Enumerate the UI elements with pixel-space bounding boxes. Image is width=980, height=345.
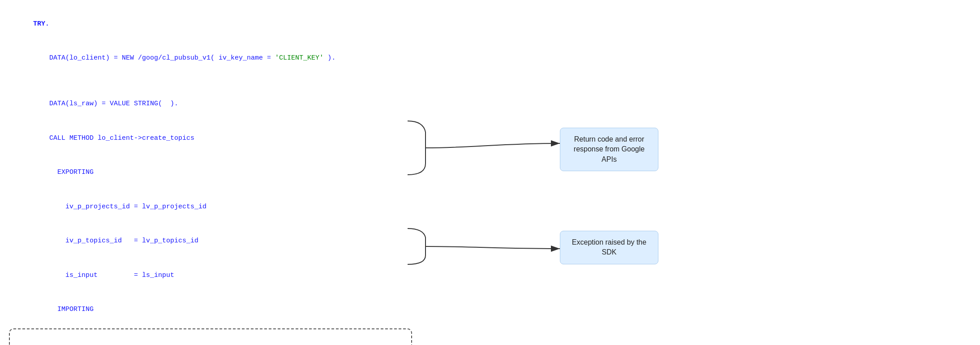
code-is-input: is_input = ls_input (33, 272, 174, 279)
brace2 (408, 229, 426, 264)
kw-try: TRY. (33, 20, 49, 28)
callout-box-1: Return code and error response from Goog… (560, 128, 658, 171)
code-line-try: TRY. (9, 7, 412, 41)
code-line-data-raw: DATA(ls_raw) = VALUE STRING( ). (9, 87, 412, 121)
code-proj-id: iv_p_projects_id = lv_p_projects_id (33, 203, 206, 211)
callout-box-2: Exception raised by the SDK (560, 231, 658, 264)
code-section: TRY. DATA(lo_client) = NEW /goog/cl_pubs… (9, 4, 412, 341)
code-importing: IMPORTING (33, 306, 94, 313)
code-line-data-client: DATA(lo_client) = NEW /goog/cl_pubsub_v1… (9, 41, 412, 76)
code-line-is-input: is_input = ls_input (9, 258, 412, 293)
brace1 (408, 121, 426, 175)
arrows-svg (403, 0, 941, 345)
arrow-to-callout1 (426, 143, 560, 148)
arrow-to-callout2 (426, 246, 560, 249)
dashed-box-importing: es_raw = ls_raw ev_ret_code = DATA(lv_re… (9, 328, 412, 345)
code-exporting: EXPORTING (33, 168, 94, 176)
main-container: TRY. DATA(lo_client) = NEW /goog/cl_pubs… (0, 0, 980, 345)
code-data-client: DATA(lo_client) = NEW /goog/cl_pubsub_v1… (33, 54, 335, 62)
code-es-raw: es_raw = ls_raw (16, 332, 405, 345)
code-line-importing: IMPORTING (9, 293, 412, 327)
code-line-call: CALL METHOD lo_client->create_topics (9, 121, 412, 155)
code-line-topics-id: iv_p_topics_id = lv_p_topics_id (9, 224, 412, 259)
callout-section: Return code and error response from Goog… (403, 0, 941, 345)
code-line-blank (9, 75, 412, 87)
code-data-raw: DATA(ls_raw) = VALUE STRING( ). (33, 100, 178, 108)
code-line-proj-id: iv_p_projects_id = lv_p_projects_id (9, 190, 412, 224)
callout-text-1: Return code and error response from Goog… (574, 135, 645, 163)
code-call-method: CALL METHOD lo_client->create_topics (33, 134, 194, 142)
callout-text-2: Exception raised by the SDK (572, 238, 646, 256)
code-topics-id: iv_p_topics_id = lv_p_topics_id (33, 237, 198, 245)
code-line-exporting: EXPORTING (9, 155, 412, 190)
